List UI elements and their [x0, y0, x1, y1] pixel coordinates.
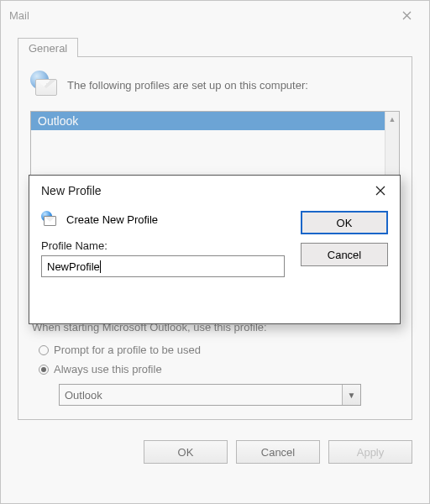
radio-prompt[interactable]: Prompt for a profile to be used	[39, 340, 391, 360]
radio-always-label: Always use this profile	[54, 363, 162, 375]
chevron-up-icon[interactable]: ▲	[385, 112, 399, 126]
close-icon[interactable]	[366, 179, 395, 202]
cancel-button[interactable]: Cancel	[236, 440, 320, 464]
apply-button: Apply	[328, 440, 412, 464]
ok-button[interactable]: OK	[301, 211, 388, 234]
tab-strip: General	[18, 36, 412, 57]
radio-icon	[39, 345, 49, 355]
radio-prompt-label: Prompt for a profile to be used	[54, 344, 201, 356]
new-profile-dialog: New Profile Create New Profile Profile N…	[29, 175, 401, 324]
mail-titlebar: Mail	[1, 1, 429, 29]
intro-row: The following profiles are set up on thi…	[30, 71, 400, 99]
chevron-down-icon[interactable]: ▼	[342, 385, 360, 405]
close-icon[interactable]	[392, 3, 421, 27]
radio-icon	[39, 365, 49, 375]
list-item[interactable]: Outlook	[31, 112, 399, 130]
dialog-button-row: OK Cancel Apply	[1, 432, 429, 475]
radio-always[interactable]: Always use this profile	[39, 360, 391, 379]
tab-general[interactable]: General	[18, 38, 78, 57]
mail-icon	[41, 211, 58, 228]
intro-text: The following profiles are set up on thi…	[67, 79, 308, 92]
ok-button[interactable]: OK	[144, 440, 228, 464]
profile-name-input[interactable]: NewProfile	[41, 255, 285, 277]
cancel-button[interactable]: Cancel	[301, 243, 388, 266]
dialog-titlebar: New Profile	[29, 176, 400, 206]
profile-name-label: Profile Name:	[41, 239, 292, 252]
radio-group: Prompt for a profile to be used Always u…	[39, 340, 391, 379]
mail-title: Mail	[9, 9, 29, 22]
profile-name-value: NewProfile	[47, 260, 100, 273]
dialog-title: New Profile	[41, 184, 102, 197]
dialog-heading: Create New Profile	[66, 213, 158, 226]
mail-icon	[30, 71, 59, 99]
dialog-heading-row: Create New Profile	[41, 211, 292, 228]
text-caret	[100, 260, 101, 273]
profile-select-value: Outlook	[60, 389, 342, 402]
profile-select[interactable]: Outlook ▼	[59, 384, 361, 406]
